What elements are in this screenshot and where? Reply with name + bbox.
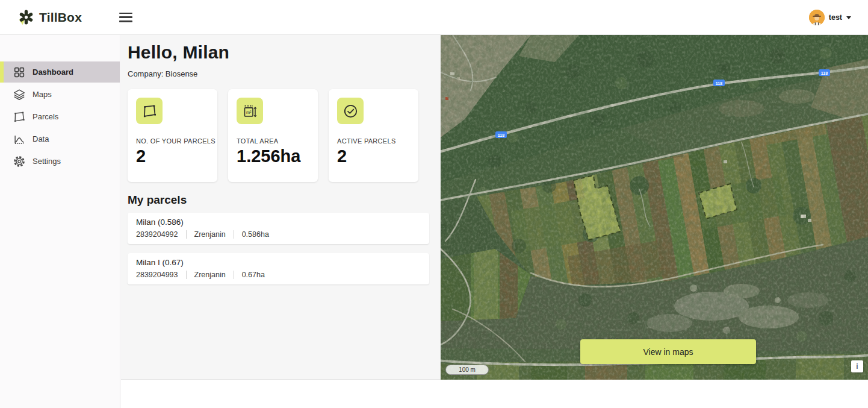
parcel-polygon-icon	[136, 98, 163, 124]
chart-curve-icon	[13, 133, 26, 146]
user-menu[interactable]: test	[809, 10, 851, 25]
sidebar-item-maps[interactable]: Maps	[0, 84, 120, 105]
route-shield: 118	[495, 131, 507, 138]
stat-card-parcel-count: NO. OF YOUR PARCELS 2	[128, 89, 217, 182]
gear-icon	[13, 155, 26, 168]
map-info-button[interactable]: i	[851, 360, 863, 372]
svg-text:m²: m²	[246, 110, 251, 115]
svg-text:118: 118	[716, 81, 722, 86]
parcel-list-item[interactable]: Milan I (0.67) 2839204993 Zrenjanin 0.67…	[128, 253, 429, 284]
view-in-maps-button[interactable]: View in maps	[580, 339, 756, 364]
sidebar-item-label: Parcels	[33, 112, 58, 121]
stats-row: NO. OF YOUR PARCELS 2 m²	[128, 89, 436, 182]
hamburger-icon[interactable]	[119, 13, 132, 22]
brand-name: TillBox	[39, 10, 82, 25]
stat-card-total-area: m² TOTAL AREA 1.256ha	[228, 89, 318, 182]
svg-text:118: 118	[821, 71, 828, 75]
sidebar: Dashboard Maps Parcels	[0, 35, 120, 408]
sidebar-item-label: Settings	[33, 157, 61, 166]
main-area: Hello, Milan Company: Biosense NO. OF YO	[121, 35, 868, 380]
dashboard-grid-icon	[13, 66, 26, 79]
parcel-polygon-icon	[13, 110, 26, 124]
farmer-avatar-icon	[809, 10, 825, 25]
chevron-down-icon	[846, 16, 851, 19]
tillbox-asterisk-icon	[18, 9, 34, 25]
user-name: test	[829, 13, 842, 22]
divider	[234, 230, 234, 239]
sidebar-item-label: Dashboard	[33, 67, 73, 77]
area-measure-icon: m²	[237, 98, 263, 124]
check-circle-icon	[337, 98, 364, 124]
stat-value: 2	[136, 146, 209, 166]
stat-card-active-parcels: ACTIVE PARCELS 2	[329, 89, 418, 182]
divider	[234, 271, 234, 279]
brand-logo[interactable]: TillBox	[18, 9, 82, 25]
stat-value: 2	[337, 146, 410, 166]
sidebar-item-data[interactable]: Data	[0, 128, 120, 149]
company-label: Company: Biosense	[128, 69, 436, 78]
svg-text:118: 118	[498, 133, 504, 137]
parcel-id: 2839204992	[136, 230, 178, 239]
stat-value: 1.256ha	[237, 146, 309, 166]
divider	[186, 271, 187, 279]
layers-icon	[13, 88, 26, 101]
route-shield: 118	[819, 69, 830, 76]
sidebar-item-parcels[interactable]: Parcels	[0, 106, 120, 127]
map-scale-control: 100 m	[445, 365, 489, 375]
tillbox-app: TillBox test	[0, 0, 868, 408]
parcel-area: 0.67ha	[242, 271, 265, 279]
stat-label: ACTIVE PARCELS	[337, 137, 410, 145]
parcel-name: Milan I (0.67)	[136, 258, 421, 267]
sidebar-item-label: Maps	[33, 90, 52, 99]
satellite-map[interactable]: 118 118 118 View in maps 100 m i	[441, 35, 868, 380]
stat-label: NO. OF YOUR PARCELS	[136, 137, 209, 145]
sidebar-item-label: Data	[33, 134, 49, 143]
divider	[186, 230, 187, 239]
parcel-municipality: Zrenjanin	[194, 271, 226, 279]
satellite-imagery: 118 118 118	[441, 35, 868, 380]
route-shield: 118	[713, 80, 725, 86]
parcel-id: 2839204993	[136, 271, 178, 279]
parcel-list-item[interactable]: Milan (0.586) 2839204992 Zrenjanin 0.586…	[128, 213, 429, 244]
page-title: Hello, Milan	[128, 42, 436, 63]
my-parcels-heading: My parcels	[128, 193, 436, 207]
dashboard-content: Hello, Milan Company: Biosense NO. OF YO	[128, 35, 436, 284]
parcel-area: 0.586ha	[242, 230, 269, 239]
parcel-municipality: Zrenjanin	[194, 230, 226, 239]
sidebar-item-dashboard[interactable]: Dashboard	[0, 61, 120, 83]
top-header: TillBox test	[0, 0, 868, 35]
stat-label: TOTAL AREA	[237, 137, 309, 145]
sidebar-item-settings[interactable]: Settings	[0, 151, 120, 172]
parcel-name: Milan (0.586)	[136, 218, 421, 227]
